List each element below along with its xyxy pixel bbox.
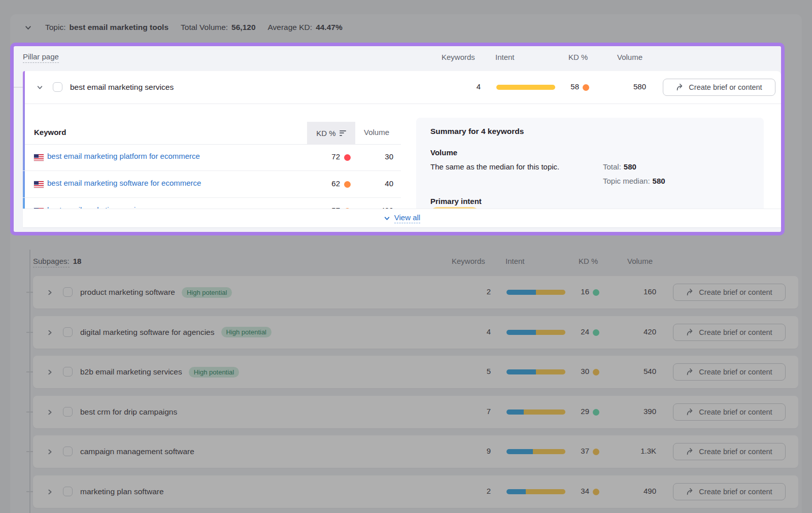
pillar-title: best email marketing services (70, 71, 174, 104)
kd-difficulty-dot (583, 84, 589, 91)
keyword-link[interactable]: best email marketing platform for ecomme… (47, 152, 200, 160)
subpage-row: marketing plan software 2 34 490 Create … (33, 475, 798, 508)
topic-collapse-chevron-down-icon[interactable] (24, 24, 32, 31)
chevron-right-icon[interactable] (47, 409, 53, 416)
keyword-kd-value: 62 (309, 179, 340, 188)
create-brief-button[interactable]: Create brief or content (673, 284, 786, 301)
subpages-label-text[interactable]: Subpages: (33, 257, 70, 267)
chevron-right-icon[interactable] (47, 449, 53, 455)
chevron-down-icon[interactable] (37, 84, 43, 91)
subpage-checkbox[interactable] (63, 487, 73, 496)
summary-volume-heading: Volume (430, 148, 457, 157)
pillar-keywords-count: 4 (447, 82, 481, 91)
keyword-kd-value: 72 (309, 152, 340, 161)
summary-total: Total:580 (603, 162, 636, 171)
summary-topic-median: Topic median:580 (603, 177, 665, 185)
kd-difficulty-dot (344, 154, 351, 161)
subpage-checkbox[interactable] (63, 367, 73, 377)
subpage-row: best crm for drip campaigns 7 29 390 Cre… (33, 396, 798, 428)
subpage-keywords-count: 7 (457, 407, 491, 416)
chevron-down-icon (384, 215, 390, 222)
tree-connector-line (29, 250, 30, 513)
tree-connector-stub (26, 332, 33, 333)
kd-difficulty-dot (593, 369, 599, 375)
subpage-intent-bar (506, 369, 565, 374)
tree-connector-stub (26, 371, 33, 372)
sort-descending-icon (340, 130, 346, 136)
view-all-strip: View all (23, 209, 781, 227)
subpage-title: best crm for drip campaigns (80, 396, 177, 428)
create-brief-button-label: Create brief or content (699, 368, 772, 376)
total-volume: Total Volume: 56,120 (181, 23, 255, 32)
subpage-title: campaign management software (80, 435, 194, 468)
keyword-volume-value: 30 (358, 152, 393, 161)
kd-column-header[interactable]: KD % (307, 122, 355, 144)
pillar-column-kd: KD % (568, 53, 588, 61)
keyword-link[interactable]: best email marketing software for ecomme… (47, 179, 201, 187)
chevron-right-icon[interactable] (47, 489, 53, 495)
create-brief-button-label: Create brief or content (699, 288, 772, 296)
subpages-section-label: Subpages: 18 (33, 257, 81, 267)
subpage-kd-value: 37 (566, 447, 589, 455)
subpage-intent-bar (506, 489, 565, 494)
volume-column-header[interactable]: Volume (364, 128, 389, 136)
pillar-kd-value: 58 (556, 82, 579, 91)
kd-difficulty-dot (593, 409, 599, 416)
subpage-checkbox[interactable] (63, 447, 73, 456)
chevron-right-icon[interactable] (47, 289, 53, 296)
summary-panel: Summary for 4 keywords Volume The same a… (416, 118, 764, 214)
subpage-keywords-count: 4 (457, 327, 491, 336)
subpage-title: marketing plan software (80, 475, 164, 508)
subpages-count: 18 (73, 257, 82, 265)
keyword-table-row: best email marketing software for ecomme… (23, 170, 401, 197)
pillar-column-intent: Intent (495, 53, 515, 61)
subpages-column-volume: Volume (627, 257, 653, 265)
chevron-right-icon[interactable] (47, 329, 53, 336)
subpage-checkbox[interactable] (63, 407, 73, 417)
create-brief-button[interactable]: Create brief or content (673, 443, 786, 460)
create-brief-button[interactable]: Create brief or content (673, 324, 786, 341)
create-brief-button[interactable]: Create brief or content (673, 363, 786, 381)
tree-connector-stub (26, 412, 33, 413)
create-brief-button[interactable]: Create brief or content (673, 483, 786, 500)
summary-volume-note: The same as the median for this topic. (430, 162, 559, 171)
topic-name: best email marketing tools (70, 23, 169, 32)
keyword-strategy-builder-screen: Topic: best email marketing tools Total … (0, 0, 812, 513)
subpage-kd-value: 34 (566, 487, 589, 495)
kd-difficulty-dot (593, 489, 599, 495)
kd-difficulty-dot (593, 449, 599, 455)
summary-title: Summary for 4 keywords (430, 127, 524, 136)
subpage-keywords-count: 2 (457, 487, 491, 495)
pillar-row-card: best email marketing services 4 58 580 C… (23, 71, 781, 227)
pillar-intent-bar (496, 85, 555, 90)
kd-difficulty-dot (593, 329, 599, 336)
create-brief-button[interactable]: Create brief or content (673, 403, 786, 421)
topic-label: Topic: (45, 23, 66, 32)
tree-connector-stub (26, 292, 33, 293)
create-brief-button-label: Create brief or content (689, 83, 762, 91)
subpage-keywords-count: 9 (457, 447, 491, 455)
pillar-page-label[interactable]: Pillar page (23, 52, 59, 63)
view-all-link[interactable]: View all (394, 213, 420, 223)
kd-difficulty-dot (344, 181, 351, 188)
create-brief-button-label: Create brief or content (699, 488, 772, 496)
summary-primary-intent-heading: Primary intent (430, 197, 482, 206)
subpage-keywords-count: 5 (457, 367, 491, 375)
topic-header-bar: Topic: best email marketing tools Total … (24, 20, 343, 35)
create-brief-button[interactable]: Create brief or content (663, 79, 775, 96)
total-volume-value: 56,120 (231, 23, 255, 32)
subpage-keywords-count: 2 (457, 287, 491, 296)
subpage-intent-bar (506, 409, 565, 415)
pillar-volume-value: 580 (612, 82, 646, 91)
keyword-table-header: Keyword KD % Volume (23, 122, 401, 144)
chevron-right-icon[interactable] (47, 369, 53, 375)
subpage-row: campaign management software 9 37 1.3K C… (33, 435, 798, 468)
kd-difficulty-dot (593, 289, 599, 296)
subpage-checkbox[interactable] (63, 327, 73, 337)
pillar-checkbox[interactable] (53, 82, 62, 92)
subpages-column-kd: KD % (579, 257, 598, 265)
subpages-column-intent: Intent (505, 257, 525, 265)
high-potential-badge: High potential (182, 287, 232, 298)
subpage-checkbox[interactable] (63, 287, 73, 297)
subpages-list: product marketing softwareHigh potential… (33, 276, 798, 513)
